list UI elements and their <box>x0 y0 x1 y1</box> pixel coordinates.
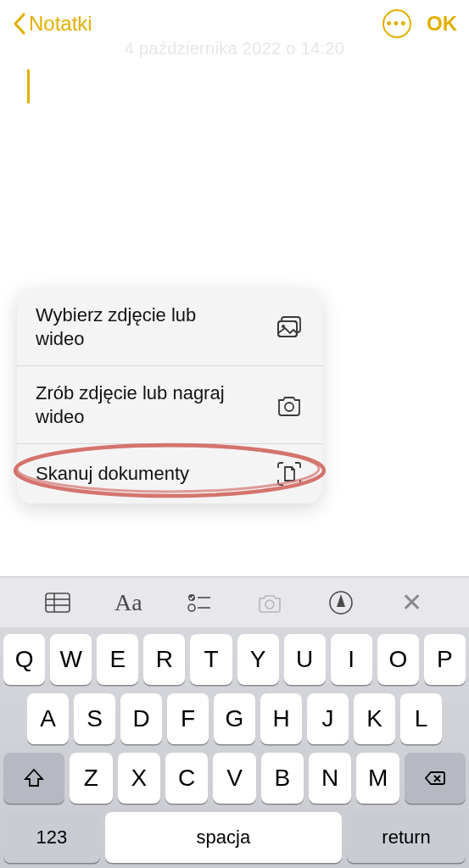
space-key[interactable]: spacja <box>105 812 343 863</box>
chevron-left-icon <box>12 11 27 36</box>
photo-library-icon <box>275 313 304 342</box>
menu-item-label: Zrób zdjęcie lub nagraj wideo <box>36 381 248 428</box>
more-button[interactable]: ••• <box>382 9 411 38</box>
text-format-icon: Aa <box>114 589 142 616</box>
key-k[interactable]: K <box>354 693 395 744</box>
key-c[interactable]: C <box>165 753 208 804</box>
key-l[interactable]: L <box>400 693 442 744</box>
key-q[interactable]: Q <box>3 634 45 685</box>
key-e[interactable]: E <box>97 634 138 685</box>
key-w[interactable]: W <box>50 634 92 685</box>
document-scan-icon <box>275 459 304 488</box>
checklist-button[interactable] <box>182 586 216 620</box>
menu-scan-documents[interactable]: Skanuj dokumenty <box>17 443 322 504</box>
key-i[interactable]: I <box>331 634 372 685</box>
key-v[interactable]: V <box>213 753 255 804</box>
key-p[interactable]: P <box>424 634 466 685</box>
key-a[interactable]: A <box>27 693 69 744</box>
keyboard: QWERTYUIOP ASDFGHJKL ZXCVBNM 123 spacja … <box>0 627 469 868</box>
camera-icon <box>255 588 284 617</box>
svg-point-4 <box>285 403 293 411</box>
key-n[interactable]: N <box>309 753 351 804</box>
shift-icon <box>22 766 46 790</box>
key-j[interactable]: J <box>307 693 349 744</box>
numbers-key[interactable]: 123 <box>3 812 100 863</box>
key-f[interactable]: F <box>167 693 209 744</box>
key-r[interactable]: R <box>143 634 185 685</box>
svg-point-15 <box>265 600 274 609</box>
key-g[interactable]: G <box>214 693 255 744</box>
note-timestamp: 4 października 2022 o 14:20 <box>24 39 445 58</box>
ellipsis-icon: ••• <box>387 16 408 31</box>
key-d[interactable]: D <box>120 693 162 744</box>
done-button[interactable]: OK <box>427 12 457 36</box>
return-key[interactable]: return <box>347 812 466 863</box>
key-s[interactable]: S <box>74 693 115 744</box>
key-z[interactable]: Z <box>70 753 112 804</box>
table-button[interactable] <box>41 586 75 620</box>
key-y[interactable]: Y <box>237 634 279 685</box>
backspace-icon <box>423 766 447 790</box>
keyboard-row-1: QWERTYUIOP <box>3 634 466 685</box>
keyboard-row-4: 123 spacja return <box>3 812 466 863</box>
menu-item-label: Skanuj dokumenty <box>36 462 189 486</box>
svg-rect-1 <box>278 321 297 337</box>
keyboard-row-2: ASDFGHJKL <box>3 693 466 744</box>
key-x[interactable]: X <box>118 753 160 804</box>
menu-item-label: Wybierz zdjęcie lub wideo <box>36 303 248 350</box>
back-button[interactable]: Notatki <box>12 11 92 36</box>
keyboard-row-3: ZXCVBNM <box>3 753 466 804</box>
key-h[interactable]: H <box>260 693 302 744</box>
menu-choose-photo[interactable]: Wybierz zdjęcie lub wideo <box>17 288 322 365</box>
key-b[interactable]: B <box>261 753 304 804</box>
markup-button[interactable] <box>324 586 358 620</box>
backspace-key[interactable] <box>405 753 466 804</box>
key-o[interactable]: O <box>377 634 419 685</box>
text-format-button[interactable]: Aa <box>111 586 145 620</box>
svg-rect-7 <box>46 593 70 612</box>
checklist-icon <box>185 588 214 617</box>
key-m[interactable]: M <box>356 753 399 804</box>
camera-icon <box>275 391 304 420</box>
shift-key[interactable] <box>3 753 64 804</box>
format-toolbar: Aa ✕ <box>0 576 469 627</box>
table-icon <box>43 588 72 617</box>
menu-take-photo[interactable]: Zrób zdjęcie lub nagraj wideo <box>17 365 322 443</box>
svg-point-13 <box>188 604 195 611</box>
markup-icon <box>327 588 355 617</box>
camera-toolbar-button[interactable] <box>253 586 287 620</box>
key-u[interactable]: U <box>284 634 326 685</box>
close-icon: ✕ <box>401 587 422 617</box>
key-t[interactable]: T <box>190 634 232 685</box>
back-label: Notatki <box>29 12 92 36</box>
text-cursor <box>27 70 30 103</box>
attach-menu: Wybierz zdjęcie lub wideo Zrób zdjęcie l… <box>17 288 322 504</box>
close-toolbar-button[interactable]: ✕ <box>394 586 428 620</box>
